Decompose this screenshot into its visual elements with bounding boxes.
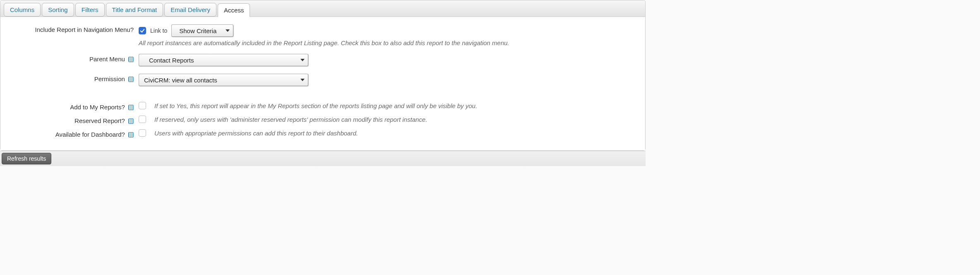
row-include-nav: Include Report in Navigation Menu? Link … [5, 24, 641, 46]
permission-value: CiviCRM: view all contacts [144, 77, 217, 84]
row-reserved: Reserved Report? If reserved, only users… [5, 116, 641, 124]
tab-access[interactable]: Access [218, 3, 250, 17]
help-icon[interactable] [128, 77, 134, 82]
row-dashboard: Available for Dashboard? Users with appr… [5, 129, 641, 138]
row-permission: Permission CiviCRM: view all contacts [5, 74, 641, 86]
help-icon[interactable] [128, 118, 134, 124]
tab-sorting[interactable]: Sorting [42, 3, 74, 17]
tab-email-delivery[interactable]: Email Delivery [164, 3, 216, 17]
reserved-label: Reserved Report? [74, 117, 125, 124]
row-parent-menu: Parent Menu Contact Reports [5, 54, 641, 66]
linkto-value: Show Criteria [179, 27, 216, 34]
dashboard-label: Available for Dashboard? [55, 131, 125, 138]
permission-label: Permission [94, 75, 125, 82]
dashboard-checkbox[interactable] [139, 129, 146, 137]
include-nav-hint: All report instances are automatically i… [139, 39, 641, 46]
my-reports-label: Add to My Reports? [70, 104, 125, 111]
label-include-nav: Include Report in Navigation Menu? [5, 24, 137, 33]
chevron-down-icon [300, 79, 305, 81]
chevron-down-icon [300, 59, 305, 61]
dashboard-hint: Users with appropriate permissions can a… [154, 130, 358, 137]
help-icon[interactable] [128, 57, 134, 62]
row-my-reports: Add to My Reports? If set to Yes, this r… [5, 102, 641, 111]
refresh-results-button[interactable]: Refresh results [2, 153, 51, 164]
tab-bar: Columns Sorting Filters Title and Format… [0, 0, 645, 17]
include-nav-label: Include Report in Navigation Menu? [35, 26, 134, 33]
tab-filters[interactable]: Filters [75, 3, 105, 17]
parent-menu-label: Parent Menu [89, 55, 125, 63]
reserved-checkbox[interactable] [139, 116, 146, 123]
my-reports-hint: If set to Yes, this report will appear i… [154, 102, 477, 109]
reserved-hint: If reserved, only users with 'administer… [154, 116, 427, 123]
permission-select[interactable]: CiviCRM: view all contacts [139, 74, 308, 86]
parent-menu-value: Contact Reports [149, 57, 194, 64]
report-settings-panel: Columns Sorting Filters Title and Format… [0, 0, 646, 151]
chevron-down-icon [226, 29, 230, 32]
include-nav-checkbox[interactable] [139, 27, 146, 34]
help-icon[interactable] [128, 105, 134, 110]
tab-columns[interactable]: Columns [4, 3, 41, 17]
parent-menu-select[interactable]: Contact Reports [139, 54, 308, 66]
tab-title-format[interactable]: Title and Format [106, 3, 163, 17]
linkto-label: Link to [150, 27, 167, 34]
linkto-select[interactable]: Show Criteria [171, 24, 233, 37]
help-icon[interactable] [128, 132, 134, 138]
my-reports-checkbox[interactable] [139, 102, 146, 109]
footer-bar: Refresh results [0, 151, 646, 166]
access-panel: Include Report in Navigation Menu? Link … [0, 17, 645, 150]
